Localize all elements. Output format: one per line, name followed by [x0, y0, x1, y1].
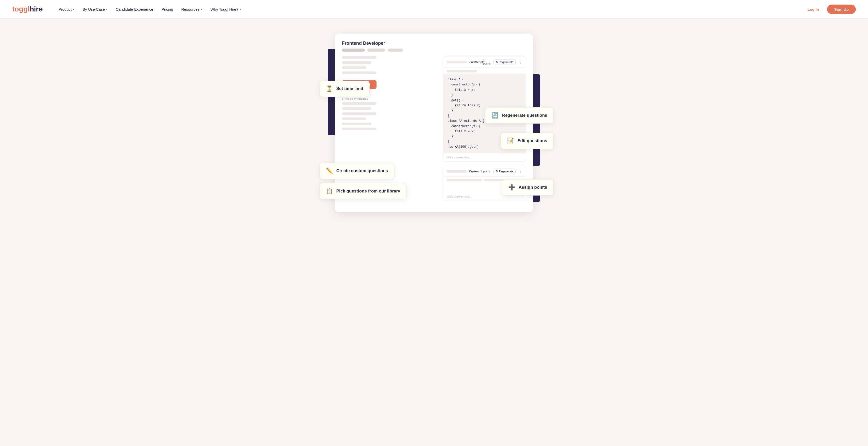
custom-tag: Custom	[469, 170, 479, 173]
q-tag-row: JavaScript	[446, 61, 483, 64]
more-options-icon-2[interactable]: ⋮	[518, 169, 522, 174]
login-button[interactable]: Log In	[803, 5, 823, 13]
logo[interactable]: toggl hire	[12, 5, 43, 13]
question-card-header: JavaScript 2 points ↻ Regenerate ⋮	[443, 57, 526, 68]
hero-wrapper: Frontend Developer Add Question Test que…	[335, 34, 533, 212]
badge-set-time-text: Set time limit	[336, 86, 363, 91]
q-placeholder-tag	[446, 61, 467, 63]
placeholder-line	[342, 71, 376, 74]
badge-edit-q-text: Edit questions	[518, 138, 547, 144]
chevron-down-icon: ▾	[106, 8, 107, 11]
write-answer-placeholder: Write answer here...	[443, 153, 526, 161]
placeholder-line	[342, 113, 376, 115]
placeholder-line	[342, 56, 376, 59]
badge-pick-questions: 📋 Pick questions from our library	[319, 183, 406, 199]
q-placeholder-tag-2	[446, 70, 477, 72]
nav-actions: Log In Sign Up	[803, 5, 856, 14]
left-panel: Add Question Test questions: DRAG TO PRI…	[342, 56, 381, 205]
hourglass-icon: ⏳	[326, 86, 333, 92]
chevron-down-icon: ▾	[240, 8, 241, 11]
placeholder-line	[342, 66, 366, 69]
placeholder-line	[342, 128, 376, 130]
chevron-down-icon: ▾	[73, 8, 74, 11]
tab-pill-2[interactable]	[367, 49, 385, 52]
library-icon: 📋	[326, 188, 333, 194]
refresh-icon: ↻	[496, 61, 498, 64]
q-actions: 2 points ↻ Regenerate ⋮	[483, 59, 522, 65]
chevron-down-icon: ▾	[201, 8, 202, 11]
placeholder-line	[342, 118, 366, 120]
placeholder-line	[342, 61, 371, 64]
regenerate-icon: 🔄	[492, 112, 498, 119]
placeholder-line	[342, 102, 376, 105]
badge-set-time: ⏳ Set time limit	[319, 81, 370, 97]
q-actions-2: 2 points ↻ Regenerate ⋮	[481, 168, 522, 174]
points-label: 2 points	[483, 59, 491, 65]
pencil-icon: ✏️	[326, 167, 333, 174]
question-card-header-2: Custom 2 points ↻ Regenerate ⋮	[443, 166, 526, 177]
nav-why-toggl-hire[interactable]: Why Toggl Hire? ▾	[207, 5, 245, 13]
badge-create-q-text: Create custom questions	[336, 168, 388, 173]
tab-pill-3[interactable]	[388, 49, 403, 52]
regenerate-button-2[interactable]: ↻ Regenerate	[493, 168, 516, 174]
placeholder-line	[342, 123, 371, 125]
refresh-icon-2: ↻	[496, 169, 498, 173]
language-tag: JavaScript	[469, 61, 483, 64]
logo-hire: hire	[30, 5, 42, 13]
badge-assign-points: ➕ Assign points	[502, 179, 554, 195]
q-placeholder-tag-5	[484, 179, 504, 181]
logo-toggl: toggl	[12, 5, 30, 13]
nav-resources[interactable]: Resources ▾	[178, 5, 206, 13]
edit-icon: 📝	[507, 137, 514, 144]
regenerate-button[interactable]: ↻ Regenerate	[493, 60, 516, 65]
more-options-icon[interactable]: ⋮	[518, 60, 522, 65]
tab-row	[342, 49, 526, 52]
badge-pick-q-text: Pick questions from our library	[336, 189, 400, 194]
card-title: Frontend Developer	[342, 41, 526, 46]
nav-pricing[interactable]: Pricing	[158, 5, 177, 13]
tab-pill-active[interactable]	[342, 49, 365, 52]
drag-label: DRAG TO PRIORITISE	[342, 98, 376, 100]
nav-candidate-experience[interactable]: Candidate Experience	[112, 5, 157, 13]
q-tag-row-2: Custom	[446, 170, 479, 173]
nav-by-use-case[interactable]: By Use Case ▾	[79, 5, 111, 13]
nav-links: Product ▾ By Use Case ▾ Candidate Experi…	[55, 5, 804, 13]
plus-icon: ➕	[508, 184, 515, 191]
placeholder-line	[342, 107, 371, 110]
badge-regen-q-text: Regenerate questions	[502, 113, 547, 118]
badge-edit-questions: 📝 Edit questions	[501, 133, 554, 149]
nav-product[interactable]: Product ▾	[55, 5, 78, 13]
badge-assign-pts-text: Assign points	[519, 185, 547, 190]
navbar: toggl hire Product ▾ By Use Case ▾ Candi…	[0, 0, 868, 18]
q-placeholder-tag-4	[446, 179, 482, 181]
hero-section: Frontend Developer Add Question Test que…	[0, 18, 868, 232]
points-label-2: 2 points	[481, 170, 491, 173]
badge-create-questions: ✏️ Create custom questions	[319, 163, 394, 179]
signup-button[interactable]: Sign Up	[827, 5, 856, 14]
q-placeholder-tag-3	[446, 170, 467, 173]
badge-regenerate-questions: 🔄 Regenerate questions	[485, 107, 554, 124]
